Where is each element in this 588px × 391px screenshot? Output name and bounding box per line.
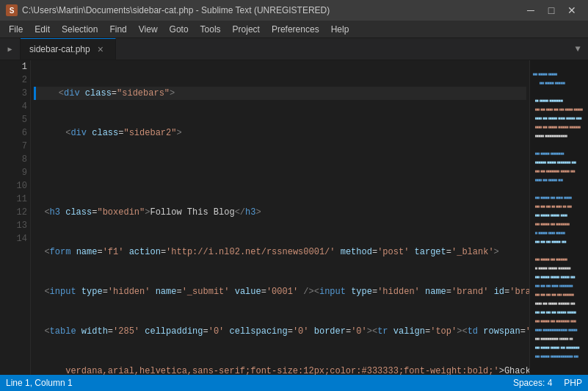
minimize-button[interactable]: ─ (520, 0, 541, 21)
status-bar: Line 1, Column 1 Spaces: 4 PHP (0, 375, 588, 391)
line-number-4: 4 (6, 100, 27, 113)
line-number-9: 9 (6, 166, 27, 179)
title-bar: S C:\Users\Martin\Documents\sidebar-cat.… (0, 0, 588, 21)
minimap-content: ████ ████████ ████████ ████ ████████ ███… (530, 60, 588, 372)
cursor-position: Line 1, Column 1 (6, 378, 73, 388)
code-line-4: <h3 class="boxedin">Follow This Blog</h3… (34, 206, 526, 219)
tab-close-button[interactable]: × (95, 43, 106, 55)
line-numbers: 1 2 3 4 5 6 7 8 9 10 11 12 13 14 (0, 60, 31, 375)
tab-overflow-button[interactable]: ▼ (567, 38, 588, 60)
menu-project[interactable]: Project (227, 21, 266, 37)
editor-area: 1 2 3 4 5 6 7 8 9 10 11 12 13 14 <div cl… (0, 60, 588, 375)
menu-tools[interactable]: Tools (195, 21, 227, 37)
line-number-1: 1 (6, 60, 27, 73)
window-title: C:\Users\Martin\Documents\sidebar-cat.ph… (22, 5, 330, 15)
code-line-1: <div class="sidebars"> (34, 87, 526, 100)
menu-preferences[interactable]: Preferences (266, 21, 325, 37)
line-number-7: 7 (6, 140, 27, 153)
tab-bar: ▶ sidebar-cat.php × ▼ (0, 38, 588, 60)
minimap: ████ ████████ ████████ ████ ████████ ███… (529, 60, 588, 375)
title-bar-left: S C:\Users\Martin\Documents\sidebar-cat.… (6, 4, 330, 16)
code-line-3 (34, 166, 526, 179)
indentation-type: Spaces: 4 (513, 378, 552, 388)
line-number-6: 6 (6, 126, 27, 140)
code-line-5: <form name='f1' action='http://i.nl02.ne… (34, 245, 526, 259)
menu-file[interactable]: File (3, 21, 29, 37)
line-number-3: 3 (6, 87, 27, 100)
status-bar-right: Spaces: 4 PHP (513, 378, 582, 388)
menu-find[interactable]: Find (104, 21, 132, 37)
menu-bar: File Edit Selection Find View Goto Tools… (0, 21, 588, 38)
window-controls: ─ □ ✕ (520, 0, 582, 21)
tab-scroll-left[interactable]: ▶ (0, 38, 21, 60)
line-number-10: 10 (6, 179, 27, 193)
menu-help[interactable]: Help (325, 21, 355, 37)
line-number-5: 5 (6, 113, 27, 126)
code-line-7: <table width='285' cellpadding='0' cells… (34, 325, 526, 338)
menu-edit[interactable]: Edit (29, 21, 56, 37)
menu-view[interactable]: View (133, 21, 164, 37)
line-number-2: 2 (6, 73, 27, 87)
line-number-14: 14 (6, 232, 27, 245)
tab-sidebar-cat[interactable]: sidebar-cat.php × (21, 38, 116, 60)
code-line-2: <div class="sidebar2"> (34, 126, 526, 140)
tab-label: sidebar-cat.php (29, 44, 90, 54)
file-type: PHP (564, 378, 582, 388)
app-icon: S (6, 4, 18, 16)
line-number-12: 12 (6, 206, 27, 219)
maximize-button[interactable]: □ (541, 0, 562, 21)
code-line-6: <input type='hidden' name='_submit' valu… (34, 285, 526, 298)
menu-goto[interactable]: Goto (164, 21, 195, 37)
line-number-13: 13 (6, 219, 27, 232)
line-number-11: 11 (6, 193, 27, 206)
line-number-8: 8 (6, 153, 27, 166)
menu-selection[interactable]: Selection (56, 21, 104, 37)
code-line-7b: verdana,arial,helvetica,sans-serif;font-… (34, 365, 526, 375)
code-editor[interactable]: <div class="sidebars"> <div class="sideb… (31, 60, 529, 375)
close-button[interactable]: ✕ (562, 0, 582, 21)
